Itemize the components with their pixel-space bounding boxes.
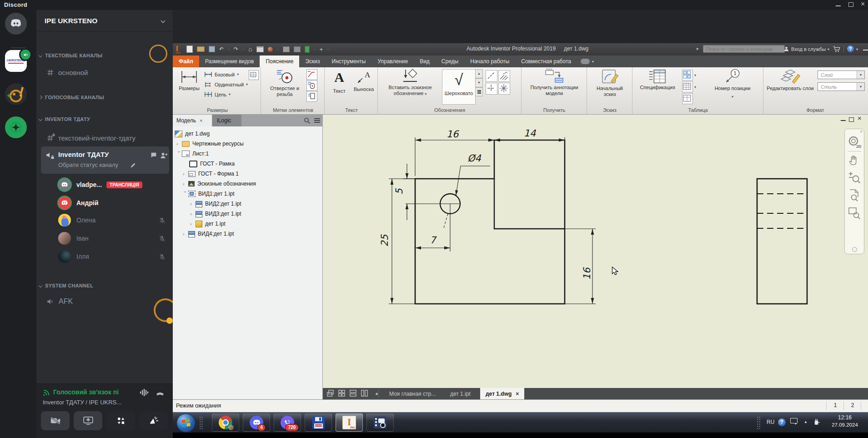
chain-dimension-button[interactable]: Цепь▾ [204, 90, 231, 99]
centered-pattern-button[interactable] [498, 83, 510, 95]
group-label[interactable]: Размеры [174, 107, 261, 113]
group-label[interactable]: Получить [522, 107, 587, 113]
close-tab-icon[interactable]: × [516, 391, 519, 397]
tree-item-view1[interactable]: › ВИД1:дет 1.ipt [183, 189, 235, 198]
taskbar-recorder-button[interactable] [366, 413, 394, 432]
leader-note-button[interactable] [306, 69, 317, 80]
channel-afk[interactable]: AFK [46, 296, 73, 307]
style-select[interactable]: Стиль▾ [818, 82, 865, 91]
taskbar-viber-button[interactable]: 720 [274, 413, 301, 432]
appearance-icon[interactable] [283, 46, 290, 52]
maximize-icon[interactable] [848, 2, 853, 7]
steering-wheel-2d-icon[interactable]: 2D [848, 136, 861, 149]
voice-user-row[interactable]: Олена [58, 213, 172, 227]
add-command-icon[interactable]: + [320, 46, 323, 53]
centerline-bisector-button[interactable] [498, 70, 510, 82]
dropdown-icon[interactable]: ▾ [237, 72, 239, 76]
start-sketch-button[interactable]: Начальный эскиз [590, 68, 629, 106]
print-icon[interactable] [256, 46, 264, 52]
insert-sketch-symbol-button[interactable]: Вставить эскизное обозначение ▾ [381, 68, 439, 106]
doc-minimize-icon[interactable] [841, 120, 846, 121]
menu-icon[interactable] [314, 118, 320, 119]
dropdown-icon[interactable]: ▾ [277, 47, 279, 51]
expand-icon[interactable]: › [183, 181, 188, 186]
explore-button[interactable] [5, 116, 27, 138]
drawing-canvas[interactable]: 16 14 Ø4 5 25 7 16 × × 2D [323, 115, 868, 388]
navbar-close-icon[interactable]: × [860, 129, 863, 134]
start-button[interactable] [176, 413, 196, 433]
expand-icon[interactable]: › [183, 231, 188, 237]
tab-place-views[interactable]: Размещение видов [199, 55, 260, 67]
dropdown-icon[interactable]: ▾ [694, 85, 696, 89]
dropdown-icon[interactable]: ▾ [228, 47, 230, 51]
zoom-window-icon[interactable] [848, 206, 861, 219]
measure-icon[interactable] [305, 46, 310, 53]
group-label[interactable]: Метки элементов [262, 107, 324, 113]
tab-ilogic[interactable]: iLogic [212, 115, 241, 126]
language-indicator[interactable]: RU [767, 419, 774, 425]
retrieve-annotations-button[interactable]: Получить аннотации модели [524, 68, 585, 106]
category-system[interactable]: SYSTEM CHANNEL [39, 282, 93, 289]
appearance-adjust-icon[interactable] [294, 46, 301, 52]
dimension-button[interactable]: Размеры [176, 69, 202, 106]
tree-item-view2[interactable]: › ВИД2:дет 1.ipt [190, 199, 241, 208]
expand-icon[interactable]: › [190, 211, 196, 216]
tree-item-resources[interactable]: › Чертежные ресурсы [176, 139, 244, 148]
taskbar-discord-button[interactable]: 4 [243, 413, 270, 432]
taskbar-inventor-button[interactable]: I PRO [336, 413, 363, 432]
channel-osnovnoy[interactable]: основной [46, 66, 88, 78]
zoom-fit-icon[interactable] [848, 189, 861, 201]
tray-help-icon[interactable]: ? [778, 418, 786, 426]
group-label[interactable]: Текст [326, 107, 377, 113]
voice-channel-inventor[interactable]: Inventor ТДАТУ Обрати статус каналу [41, 146, 169, 174]
dropdown-icon[interactable]: ▾ [314, 47, 316, 51]
material-sphere-icon[interactable] [268, 47, 273, 52]
save-icon[interactable] [209, 46, 215, 52]
tray-display-icon[interactable]: ▾ [790, 418, 798, 423]
revision-table-button[interactable] [682, 93, 693, 104]
tree-item-sheet[interactable]: › Лист:1 [176, 149, 209, 158]
tile-horizontal-icon[interactable] [349, 389, 357, 397]
sheet-page-1[interactable]: 1 [829, 402, 842, 408]
minimize-icon[interactable] [863, 50, 868, 50]
collapse-icon[interactable]: › [183, 191, 188, 196]
voice-status[interactable]: Голосовий зв'язок пі [53, 388, 119, 396]
screenshare-button[interactable] [74, 411, 102, 430]
leader-text-button[interactable]: A Выноска [352, 69, 376, 105]
doc-tab-ipt[interactable]: дет 1.ipt [445, 388, 476, 399]
dropdown-icon[interactable]: ▾ [242, 47, 244, 51]
home-icon[interactable]: ⌂ [248, 45, 252, 53]
voice-status-hint[interactable]: Обрати статус каналу [58, 161, 118, 168]
help-icon[interactable]: ? [847, 45, 854, 52]
tree-item-part[interactable]: › дет 1.ipt [190, 219, 226, 228]
group-label[interactable]: Таблица [633, 107, 763, 113]
tree-item-gost-frame[interactable]: ГОСТ - Рамка [189, 159, 235, 168]
tree-item-root[interactable]: дет 1.dwg [175, 129, 210, 138]
tab-model[interactable]: Модель × [173, 115, 212, 126]
symbol-gallery-scroll-up[interactable]: ▲ [475, 69, 483, 78]
balloon-button[interactable]: 1 Номер позиции ▾ [706, 68, 759, 106]
cloud-icon[interactable] [581, 59, 590, 64]
tree-item-view3[interactable]: › ВИД3:дет 1.ipt [190, 209, 241, 218]
add-person-icon[interactable] [160, 152, 168, 159]
expand-icon[interactable]: › [190, 201, 196, 206]
bend-note-button[interactable] [306, 80, 317, 91]
group-label[interactable]: Обозначения [378, 107, 521, 113]
edit-layers-button[interactable]: Редактировать слои [766, 68, 815, 106]
tile-windows-icon[interactable] [338, 389, 346, 397]
category-inventor[interactable]: INVENTOR ТДАТУ [39, 116, 90, 123]
new-file-icon[interactable] [186, 45, 193, 53]
symbol-gallery-expand[interactable] [475, 87, 483, 96]
tree-item-view4[interactable]: › ВИД4:дет 1.ipt [183, 229, 234, 238]
punch-note-button[interactable] [306, 91, 317, 102]
soundboard-button[interactable] [139, 411, 168, 430]
doc-tab-home[interactable]: Моя главная стр... [383, 388, 442, 399]
text-button[interactable]: A Текст [328, 69, 350, 105]
activities-button[interactable] [106, 411, 135, 430]
camera-button[interactable] [41, 411, 70, 430]
zoom-icon[interactable] [848, 171, 861, 184]
group-label[interactable]: Формат [764, 107, 867, 113]
dropdown-icon[interactable]: ▾ [246, 82, 248, 86]
tab-file[interactable]: Файл [173, 55, 199, 67]
baseline-dimension-button[interactable]: Базовый▾ [204, 70, 239, 79]
